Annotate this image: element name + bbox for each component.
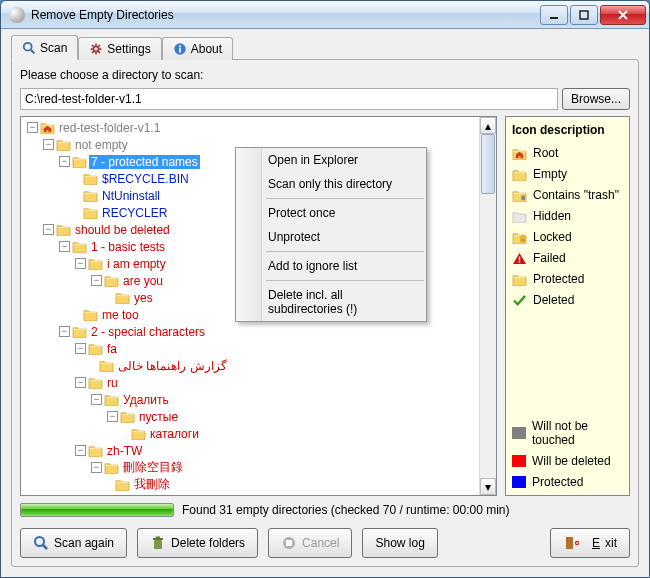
tree-node[interactable]: گزارش راهنماها خالی [116,359,229,373]
folder-icon [72,325,87,338]
folder-icon [83,189,98,202]
check-icon [512,294,527,307]
progress-bar [20,503,174,517]
scan-panel: Please choose a directory to scan: Brows… [11,59,639,567]
tree-scrollbar[interactable]: ▴ ▾ [479,117,496,495]
folder-icon [115,291,130,304]
folder-icon [512,273,527,286]
stop-icon [281,535,297,551]
window-title: Remove Empty Directories [31,8,539,22]
folder-icon [104,461,119,474]
swatch-red [512,455,526,467]
tab-settings[interactable]: Settings [78,37,161,60]
folder-icon [88,342,103,355]
folder-icon [131,427,146,440]
folder-icon [56,223,71,236]
folder-icon [72,240,87,253]
folder-icon [512,168,527,181]
directory-tree[interactable]: −red-test-folder-v1.1 −not empty −7 - pr… [20,116,497,496]
folder-icon [104,393,119,406]
tree-node[interactable]: каталоги [148,427,201,441]
tree-node[interactable]: NtUninstall [100,189,162,203]
folder-icon [83,308,98,321]
svg-rect-16 [580,11,588,19]
swatch-grey [512,427,526,439]
ctx-open-explorer[interactable]: Open in Explorer [236,148,426,172]
folder-icon [88,376,103,389]
tree-node[interactable]: 1 - basic tests [89,240,167,254]
ctx-unprotect[interactable]: Unprotect [236,225,426,249]
info-icon [173,42,187,56]
context-menu: Open in Explorer Scan only this director… [235,147,427,322]
warn-icon [512,252,527,265]
tree-node[interactable]: zh-TW [105,444,144,458]
tree-node-selected[interactable]: 7 - protected names [89,155,200,169]
tab-scan[interactable]: Scan [11,35,78,60]
close-button[interactable] [600,5,646,25]
exit-button[interactable]: EExitxit [550,528,630,558]
tree-node[interactable]: RECYCLER [100,206,169,220]
tree-node[interactable]: пустые [137,410,180,424]
maximize-button[interactable] [570,5,598,25]
tree-node[interactable]: red-test-folder-v1.1 [57,121,162,135]
folder-icon [104,274,119,287]
tree-node[interactable]: not empty [73,138,130,152]
tree-node[interactable]: ru [105,376,120,390]
home-folder-icon [512,147,527,160]
legend-title: Icon description [512,123,623,137]
titlebar[interactable]: Remove Empty Directories [1,1,649,29]
folder-trash-icon [512,189,527,202]
expander-icon[interactable]: − [27,122,38,133]
ctx-delete-all[interactable]: Delete incl. all subdirectories (!) [236,283,426,321]
minimize-button[interactable] [540,5,568,25]
tree-node[interactable]: me too [100,308,141,322]
tab-bar: Scan Settings About [11,35,639,60]
client-area: Scan Settings About Please choose a dire… [1,29,649,577]
tree-node[interactable]: $RECYCLE.BIN [100,172,191,186]
gear-icon [89,42,103,56]
search-icon [22,41,36,55]
scroll-thumb[interactable] [481,134,495,194]
tree-node[interactable]: i am empty [105,257,168,271]
tree-node[interactable]: 2 - special characters [89,325,207,339]
tree-node[interactable]: 刪除空目錄 [121,459,185,476]
bin-icon [150,535,166,551]
scroll-down-icon[interactable]: ▾ [480,478,496,495]
show-log-button[interactable]: Show log [362,528,437,558]
scroll-up-icon[interactable]: ▴ [480,117,496,134]
folder-icon [88,257,103,270]
folder-icon [88,444,103,457]
folder-icon [56,138,71,151]
browse-button[interactable]: Browse... [562,88,630,110]
tree-node[interactable]: are you [121,274,165,288]
scan-again-button[interactable]: Scan again [20,528,127,558]
exit-icon [563,535,579,551]
tree-node[interactable]: 我刪除 [132,476,172,493]
folder-icon [72,155,87,168]
tree-node[interactable]: fa [105,342,119,356]
folder-hidden-icon [512,210,527,223]
folder-icon [83,206,98,219]
folder-icon [83,172,98,185]
folder-icon [115,478,130,491]
ctx-add-ignore[interactable]: Add to ignore list [236,254,426,278]
tab-about[interactable]: About [162,37,233,60]
search-icon [33,535,49,551]
home-folder-icon [40,121,55,134]
status-text: Found 31 empty directories (checked 70 /… [182,503,510,517]
swatch-blue [512,476,526,488]
legend-panel: Icon description Root Empty Contains "tr… [505,116,630,496]
app-window: Remove Empty Directories Scan Settings A… [0,0,650,578]
folder-lock-icon [512,231,527,244]
delete-folders-button[interactable]: Delete folders [137,528,258,558]
tree-node[interactable]: Удалить [121,393,171,407]
folder-icon [120,410,135,423]
ctx-protect-once[interactable]: Protect once [236,201,426,225]
prompt-label: Please choose a directory to scan: [20,68,630,82]
ctx-scan-only[interactable]: Scan only this directory [236,172,426,196]
cancel-button[interactable]: Cancel [268,528,352,558]
app-icon [9,7,25,23]
tree-node[interactable]: yes [132,291,155,305]
tree-node[interactable]: should be deleted [73,223,172,237]
path-input[interactable] [20,88,558,110]
